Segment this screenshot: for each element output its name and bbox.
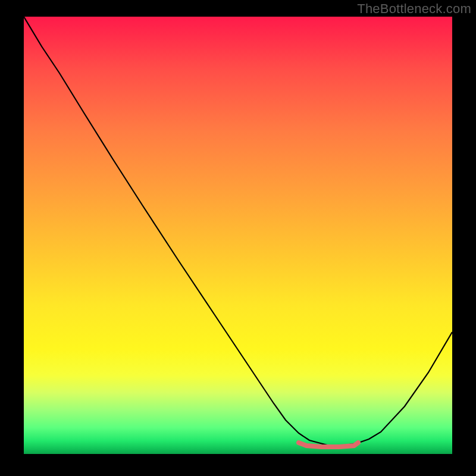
plot-area (24, 17, 452, 454)
watermark-text: TheBottleneck.com (357, 1, 471, 17)
bottleneck-curve-path (24, 17, 452, 445)
chart-frame: TheBottleneck.com (0, 0, 476, 476)
highlight-flat-min-path (299, 443, 358, 447)
curve-svg (24, 17, 452, 454)
